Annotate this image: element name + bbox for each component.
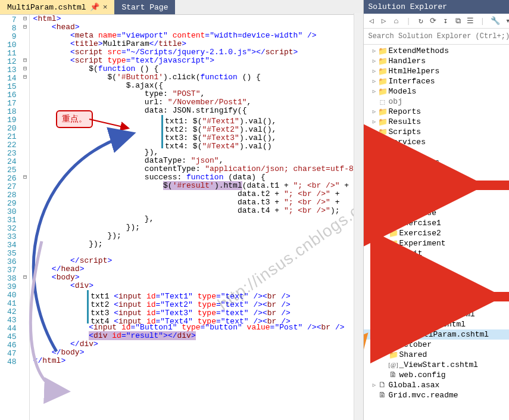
tree-row[interactable]: ▷📁Utilities — [364, 167, 509, 178]
expand-arrow-icon[interactable]: ▷ — [371, 58, 378, 64]
fold-toggle-icon[interactable]: ⊟ — [21, 23, 29, 32]
code-line[interactable]: <html> — [33, 15, 363, 23]
tree-row[interactable]: ▷📁Kind — [364, 269, 509, 279]
sync-icon[interactable]: ↻ — [416, 16, 425, 26]
code-line[interactable]: data.t3 + "; <br />" + — [33, 198, 363, 207]
tree-row[interactable]: ▽📂Views — [364, 178, 509, 188]
editor-scrollbar[interactable] — [354, 13, 363, 420]
tree-row[interactable]: ▷📁Handlers — [364, 56, 509, 66]
code-editor[interactable]: 7891011121314151617181920212223242526272… — [0, 15, 363, 420]
tree-row[interactable]: ▷📁Member — [364, 279, 509, 289]
code-line[interactable]: txt2: $("#Text2").val(), — [33, 123, 363, 132]
tree-row[interactable]: 📁UploadFiles — [364, 157, 509, 167]
tree-row[interactable]: 📁Temp — [364, 147, 509, 157]
expand-arrow-icon[interactable]: ▷ — [382, 210, 389, 216]
tree-row[interactable]: ▷📁Shared — [364, 350, 509, 360]
tree-row[interactable]: ▷📁ExtendMethods — [364, 46, 509, 56]
expand-arrow-icon[interactable]: ▷ — [382, 189, 389, 196]
fold-toggle-icon[interactable]: ⊟ — [21, 273, 29, 282]
home-icon[interactable]: ⌂ — [392, 17, 401, 26]
tree-row[interactable]: ▷📁Reports — [364, 107, 509, 117]
expand-arrow-icon[interactable]: ▷ — [382, 351, 389, 358]
code-line[interactable]: txt4: $("#Text4").val() — [33, 140, 363, 148]
code-line[interactable]: txt1 <input id="Text1" type="text" /><br… — [33, 290, 363, 298]
code-line[interactable]: }, — [33, 215, 363, 223]
solex-tree[interactable]: ▷📁ExtendMethods▷📁Handlers▷📁HtmlHelpers▷📁… — [364, 45, 509, 420]
back-icon[interactable]: ◁ — [367, 16, 376, 26]
tree-row[interactable]: [@]JqChange.cshtml — [364, 299, 509, 309]
code-line[interactable]: </body> — [33, 349, 363, 357]
expand-arrow-icon[interactable]: ▷ — [371, 382, 378, 388]
code-line[interactable]: <script src="~/Scripts/jquery-2.1.0.js">… — [33, 48, 363, 57]
code-line[interactable]: contentType: "application/json; charset=… — [33, 165, 363, 173]
expand-arrow-icon[interactable]: ▷ — [371, 88, 378, 95]
code-line[interactable]: dataType: "json", — [33, 157, 363, 165]
code-line[interactable]: </script> — [33, 257, 363, 265]
expand-arrow-icon[interactable]: ▷ — [382, 230, 389, 237]
tree-row[interactable]: ▷📁Exercise1 — [364, 218, 509, 228]
fold-toggle-icon[interactable]: ⊟ — [21, 73, 29, 82]
code-line[interactable]: <script type="text/javascript"> — [33, 57, 363, 65]
tree-row[interactable]: ▷📁Fruit — [364, 248, 509, 259]
pin-icon[interactable]: 📌 — [90, 2, 99, 12]
code-line[interactable]: data: JSON.stringify({ — [33, 107, 363, 115]
expand-arrow-icon[interactable]: ▽ — [371, 179, 378, 186]
code-line[interactable]: $(function () { — [33, 65, 363, 73]
code-line[interactable]: <div id="result"></div> — [33, 332, 363, 340]
code-line[interactable]: data.t4 + "; <br />"); — [33, 207, 363, 215]
tree-row[interactable]: 🗎Grid.mvc.readme — [364, 390, 509, 400]
expand-arrow-icon[interactable]: ▷ — [371, 139, 378, 145]
code-line[interactable]: $('#result').html(data.t1 + "; <br />" + — [33, 182, 363, 190]
code-line[interactable]: </html> — [33, 357, 363, 365]
wrench-icon[interactable]: 🔧 — [491, 16, 500, 26]
tree-row[interactable]: [@]MultiParam.cshtml — [364, 329, 509, 340]
code-line[interactable]: txt3 <input id="Text3" type="text" /><br… — [33, 307, 363, 315]
forward-icon[interactable]: ▷ — [379, 16, 388, 26]
tree-row[interactable]: [@]_ViewStart.cshtml — [364, 360, 509, 370]
expand-arrow-icon[interactable]: ▷ — [382, 200, 389, 206]
expand-arrow-icon[interactable]: ▷ — [371, 68, 378, 74]
tree-row[interactable]: ▷📁Services — [364, 137, 509, 147]
code-line[interactable]: $('#Button1').click(function () { — [33, 73, 363, 82]
expand-arrow-icon[interactable]: ▷ — [382, 341, 389, 348]
code-line[interactable]: txt3: $("#Text3").val(), — [33, 132, 363, 140]
tree-row[interactable]: ▷📁Interfaces — [364, 76, 509, 86]
code-line[interactable]: <meta name="viewport" content="width=dev… — [33, 32, 363, 40]
tree-row[interactable]: ▷📁HtmlHelpers — [364, 66, 509, 76]
expand-arrow-icon[interactable]: ▷ — [371, 169, 378, 176]
code-line[interactable]: <input id="Button1" type="button" value=… — [33, 323, 363, 332]
expand-arrow-icon[interactable]: ▷ — [382, 240, 389, 247]
expand-arrow-icon[interactable]: ▷ — [382, 260, 389, 267]
expand-arrow-icon[interactable]: ▷ — [371, 78, 378, 85]
code-line[interactable]: success: function (data) { — [33, 173, 363, 182]
dropdown-icon[interactable]: ▾ — [504, 16, 509, 26]
code-line[interactable] — [33, 248, 363, 257]
expand-arrow-icon[interactable]: ▷ — [382, 281, 389, 287]
tree-row[interactable]: ▷📁Exercise — [364, 208, 509, 218]
code-line[interactable]: url: "/November/Post1", — [33, 98, 363, 107]
code-line[interactable]: <div> — [33, 282, 363, 290]
tab-active[interactable]: MultiParam.cshtml 📌 × — [0, 0, 114, 14]
code-line[interactable]: data.t2 + "; <br />" + — [33, 190, 363, 198]
tree-row[interactable]: ▷📁Exercise2 — [364, 228, 509, 238]
tree-row[interactable]: ▷📁Scripts — [364, 127, 509, 137]
tab-inactive[interactable]: Start Page — [114, 0, 175, 14]
tree-row[interactable]: 🗎web.config — [364, 370, 509, 380]
solex-search-input[interactable] — [366, 30, 509, 43]
code-line[interactable]: </head> — [33, 265, 363, 273]
code-line[interactable]: type: "POST", — [33, 90, 363, 98]
code-line[interactable]: $.ajax({ — [33, 82, 363, 90]
tree-row[interactable]: [@]Jqclick.cshtml — [364, 309, 509, 319]
collapse-icon[interactable]: ↧ — [441, 16, 450, 26]
code-text[interactable]: <html> <head> <meta name="viewport" cont… — [30, 15, 363, 420]
expand-arrow-icon[interactable]: ▷ — [371, 129, 378, 135]
tree-row[interactable]: ▷📁Models — [364, 86, 509, 97]
tree-row[interactable]: ⬚obj — [364, 97, 509, 107]
tree-row[interactable]: ▷📁Category — [364, 188, 509, 198]
tree-row[interactable]: ▷📁Results — [364, 117, 509, 127]
fold-toggle-icon[interactable]: ⊟ — [21, 15, 29, 23]
expand-arrow-icon[interactable]: ▷ — [371, 119, 378, 125]
code-line[interactable]: <body> — [33, 273, 363, 282]
properties-icon[interactable]: ☰ — [466, 16, 474, 26]
tree-row[interactable]: ▷📁Experiment — [364, 238, 509, 248]
